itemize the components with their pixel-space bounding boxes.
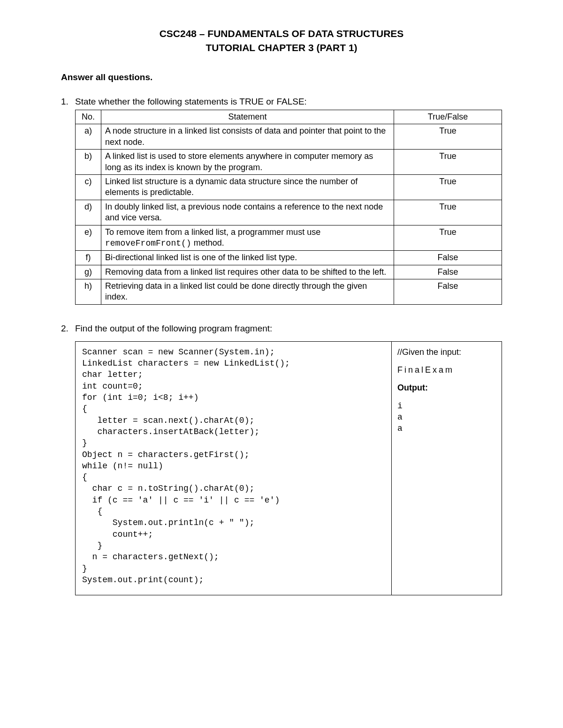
table-row: h) Retrieving data in a linked list coul…	[76, 279, 502, 305]
row-statement: To remove item from a linked list, a pro…	[101, 225, 394, 251]
row-statement: In doubly linked list, a previous node c…	[101, 200, 394, 225]
row-truefalse: True	[394, 150, 502, 175]
row-no: d)	[76, 200, 101, 225]
row-truefalse: True	[394, 200, 502, 225]
true-false-table: No. Statement True/False a) A node struc…	[75, 110, 502, 305]
question-number: 1.	[61, 97, 75, 107]
output-line: i	[397, 400, 496, 412]
given-input-value: FinalExam	[397, 364, 496, 375]
table-row: d) In doubly linked list, a previous nod…	[76, 200, 502, 225]
row-statement: A linked list is used to store elements …	[101, 150, 394, 175]
row-statement-pre: To remove item from a linked list, a pro…	[105, 227, 320, 237]
question-1: 1. State whether the following statement…	[61, 97, 502, 305]
question-prompt: Find the output of the following program…	[75, 323, 272, 334]
table-row: c) Linked list structure is a dynamic da…	[76, 174, 502, 200]
given-input-label: //Given the input:	[397, 346, 496, 358]
output-label: Output:	[397, 382, 496, 393]
question-number: 2.	[61, 323, 75, 334]
document-header: CSC248 – FUNDAMENTALS OF DATA STRUCTURES…	[61, 28, 502, 53]
row-truefalse: False	[394, 265, 502, 279]
row-no: e)	[76, 225, 101, 251]
output-line: a	[397, 423, 496, 434]
row-no: c)	[76, 174, 101, 200]
row-statement: Linked list structure is a dynamic data …	[101, 174, 394, 200]
question-prompt: State whether the following statements i…	[75, 97, 307, 107]
table-row: f) Bi-directional linked list is one of …	[76, 251, 502, 265]
row-no: g)	[76, 265, 101, 279]
table-header-row: No. Statement True/False	[76, 110, 502, 124]
row-statement: Removing data from a linked list require…	[101, 265, 394, 279]
row-statement: Bi-directional linked list is one of the…	[101, 251, 394, 265]
document-page: CSC248 – FUNDAMENTALS OF DATA STRUCTURES…	[0, 0, 563, 728]
table-row: e) To remove item from a linked list, a …	[76, 225, 502, 251]
row-truefalse: True	[394, 174, 502, 200]
row-truefalse: True	[394, 225, 502, 251]
table-row: b) A linked list is used to store elemen…	[76, 150, 502, 175]
row-statement-code: removeFromFront()	[105, 239, 191, 248]
row-truefalse: False	[394, 279, 502, 305]
output-line: a	[397, 412, 496, 423]
output-panel: //Given the input: FinalExam Output: i a…	[391, 342, 502, 595]
tutorial-title: TUTORIAL CHAPTER 3 (PART 1)	[61, 42, 502, 53]
row-truefalse: False	[394, 251, 502, 265]
row-no: h)	[76, 279, 101, 305]
table-header-statement: Statement	[101, 110, 394, 124]
table-row: a) A node structure in a linked list con…	[76, 124, 502, 150]
code-fragment: Scanner scan = new Scanner(System.in); L…	[76, 342, 391, 595]
row-no: f)	[76, 251, 101, 265]
table-row: g) Removing data from a linked list requ…	[76, 265, 502, 279]
table-header-no: No.	[76, 110, 101, 124]
row-statement-post: method.	[191, 238, 224, 248]
row-no: a)	[76, 124, 101, 150]
instruction-text: Answer all questions.	[61, 72, 502, 83]
row-statement: Retrieving data in a linked list could b…	[101, 279, 394, 305]
course-title: CSC248 – FUNDAMENTALS OF DATA STRUCTURES	[61, 28, 502, 39]
table-header-truefalse: True/False	[394, 110, 502, 124]
question-2: 2. Find the output of the following prog…	[61, 323, 502, 595]
row-statement: A node structure in a linked list consis…	[101, 124, 394, 150]
row-no: b)	[76, 150, 101, 175]
row-truefalse: True	[394, 124, 502, 150]
code-output-box: Scanner scan = new Scanner(System.in); L…	[75, 341, 502, 595]
